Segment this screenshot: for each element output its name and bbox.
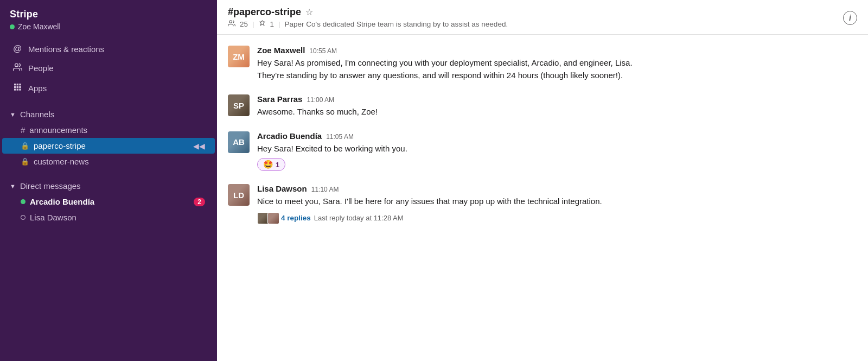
svg-rect-4: [14, 86, 16, 88]
user-status: Zoe Maxwell: [10, 22, 207, 31]
message-header-lisa: Lisa Dawson 11:10 AM: [257, 184, 857, 193]
reply-last-time: Last reply today at 11:28 AM: [314, 214, 404, 222]
meta-separator-1: |: [252, 20, 254, 28]
channels-section: ▼ Channels # announcements 🔒 paperco-str…: [0, 99, 217, 170]
people-icon: [12, 62, 23, 74]
channel-title: #paperco-stripe: [228, 7, 301, 18]
channel-info-button[interactable]: i: [843, 11, 857, 25]
message-author-sara: Sara Parras: [257, 94, 302, 104]
workspace-name[interactable]: Stripe: [10, 9, 207, 20]
svg-rect-6: [19, 86, 21, 88]
members-count: 25: [240, 20, 248, 28]
message-text-zoe-line2: They're standing by to answer any questi…: [257, 69, 857, 82]
avatar-arcadio-initials: AB: [228, 131, 250, 153]
message-content-sara: Sara Parras 11:00 AM Awesome. Thanks so …: [257, 94, 857, 118]
sidebar-item-people-label: People: [28, 64, 54, 73]
svg-rect-3: [19, 84, 21, 85]
message-author-lisa: Lisa Dawson: [257, 184, 307, 193]
message-content-lisa: Lisa Dawson 11:10 AM Nice to meet you, S…: [257, 184, 857, 224]
message-header-zoe: Zoe Maxwell 10:55 AM: [257, 46, 857, 55]
lock-icon-2: 🔒: [21, 157, 29, 166]
reaction-arcadio[interactable]: 🤩 1: [257, 158, 285, 171]
channel-description: Paper Co's dedicated Stripe team is stan…: [285, 20, 508, 28]
channel-announcements-name: announcements: [29, 125, 205, 135]
message-text-zoe-line1: Hey Sara! As promised, I'm connecting yo…: [257, 57, 857, 69]
online-status-dot: [10, 24, 15, 29]
current-user-name: Zoe Maxwell: [18, 22, 61, 31]
channel-customer-news-name: customer-news: [34, 157, 205, 166]
message-block-arcadio: AB Arcadio Buendía 11:05 AM Hey Sara! Ex…: [228, 131, 857, 172]
channel-title-row: #paperco-stripe ☆: [228, 7, 843, 18]
hash-icon: #: [21, 125, 25, 135]
svg-point-0: [15, 64, 18, 67]
sidebar-item-people[interactable]: People: [2, 58, 215, 78]
thread-replies-lisa[interactable]: 4 replies Last reply today at 11:28 AM: [257, 212, 857, 224]
dm-section-header[interactable]: ▼ Direct messages: [0, 178, 217, 194]
reaction-emoji-arcadio: 🤩: [263, 160, 273, 169]
message-text-sara: Awesome. Thanks so much, Zoe!: [257, 106, 857, 118]
sidebar-item-apps-label: Apps: [28, 84, 47, 93]
avatar-zoe: ZM: [228, 46, 250, 67]
svg-rect-7: [14, 88, 16, 90]
message-header-sara: Sara Parras 11:00 AM: [257, 94, 857, 104]
channel-meta: 25 | 1 | Paper Co's dedicated Stripe tea…: [228, 20, 843, 29]
sidebar: Stripe Zoe Maxwell @ Mentions & reaction…: [0, 0, 217, 361]
message-time-arcadio: 11:05 AM: [326, 133, 354, 141]
sidebar-item-apps[interactable]: Apps: [2, 78, 215, 98]
message-time-zoe: 10:55 AM: [309, 47, 337, 55]
lock-icon: 🔒: [21, 142, 29, 150]
avatar-sara-initials: SP: [228, 94, 250, 116]
svg-rect-2: [17, 84, 18, 85]
avatar-arcadio: AB: [228, 131, 250, 153]
message-block-zoe: ZM Zoe Maxwell 10:55 AM Hey Sara! As pro…: [228, 46, 857, 81]
channel-title-area: #paperco-stripe ☆ 25 | 1 | Paper Co's de…: [228, 7, 843, 29]
sidebar-nav: @ Mentions & reactions People Apps: [0, 36, 217, 99]
channel-header: #paperco-stripe ☆ 25 | 1 | Paper Co's de…: [217, 0, 868, 35]
svg-rect-1: [14, 84, 16, 85]
message-time-lisa: 11:10 AM: [311, 186, 339, 193]
message-text-arcadio: Hey Sara! Excited to be working with you…: [257, 143, 857, 155]
channel-item-paperco-stripe[interactable]: 🔒 paperco-stripe ◀◀: [2, 138, 215, 154]
main-content: #paperco-stripe ☆ 25 | 1 | Paper Co's de…: [217, 0, 868, 361]
avatar-zoe-initials: ZM: [228, 46, 250, 67]
avatar-lisa-initials: LD: [228, 184, 250, 206]
channels-label: Channels: [20, 110, 54, 119]
star-icon[interactable]: ☆: [305, 7, 313, 17]
message-block-lisa: LD Lisa Dawson 11:10 AM Nice to meet you…: [228, 184, 857, 224]
svg-rect-9: [19, 88, 21, 90]
message-author-arcadio: Arcadio Buendía: [257, 131, 322, 141]
channel-item-announcements[interactable]: # announcements: [2, 122, 215, 138]
dm-item-lisa[interactable]: Lisa Dawson: [2, 210, 215, 225]
avatar-lisa: LD: [228, 184, 250, 206]
meta-separator-2: |: [278, 20, 280, 28]
sidebar-item-mentions-label: Mentions & reactions: [28, 45, 104, 54]
lisa-status-dot: [21, 215, 25, 220]
dm-label: Direct messages: [20, 181, 81, 191]
reply-avatar-2: [267, 212, 279, 224]
message-time-sara: 11:00 AM: [307, 96, 334, 104]
channels-section-header[interactable]: ▼ Channels: [0, 106, 217, 122]
sidebar-header: Stripe Zoe Maxwell: [0, 0, 217, 36]
reaction-count-arcadio: 1: [276, 161, 279, 169]
pinned-count: 1: [270, 20, 275, 28]
dm-chevron-icon: ▼: [10, 183, 16, 189]
dm-section: ▼ Direct messages Arcadio Buendía 2 Lisa…: [0, 170, 217, 226]
at-icon: @: [12, 44, 23, 54]
messages-area: ZM Zoe Maxwell 10:55 AM Hey Sara! As pro…: [217, 35, 868, 361]
reply-count[interactable]: 4 replies: [281, 214, 311, 222]
arcadio-status-dot: [21, 199, 25, 204]
message-block-sara: SP Sara Parras 11:00 AM Awesome. Thanks …: [228, 94, 857, 118]
reply-avatars: [257, 212, 278, 224]
pin-icon: [259, 20, 266, 29]
reorder-icon: ◀◀: [193, 142, 205, 150]
sidebar-item-mentions[interactable]: @ Mentions & reactions: [2, 40, 215, 58]
arcadio-unread-badge: 2: [194, 198, 205, 206]
channels-chevron-icon: ▼: [10, 111, 16, 118]
dm-item-arcadio[interactable]: Arcadio Buendía 2: [2, 194, 215, 210]
svg-rect-8: [17, 88, 18, 90]
dm-lisa-name: Lisa Dawson: [30, 213, 205, 222]
message-author-zoe: Zoe Maxwell: [257, 46, 305, 55]
channel-item-customer-news[interactable]: 🔒 customer-news: [2, 154, 215, 169]
message-header-arcadio: Arcadio Buendía 11:05 AM: [257, 131, 857, 141]
message-content-arcadio: Arcadio Buendía 11:05 AM Hey Sara! Excit…: [257, 131, 857, 172]
